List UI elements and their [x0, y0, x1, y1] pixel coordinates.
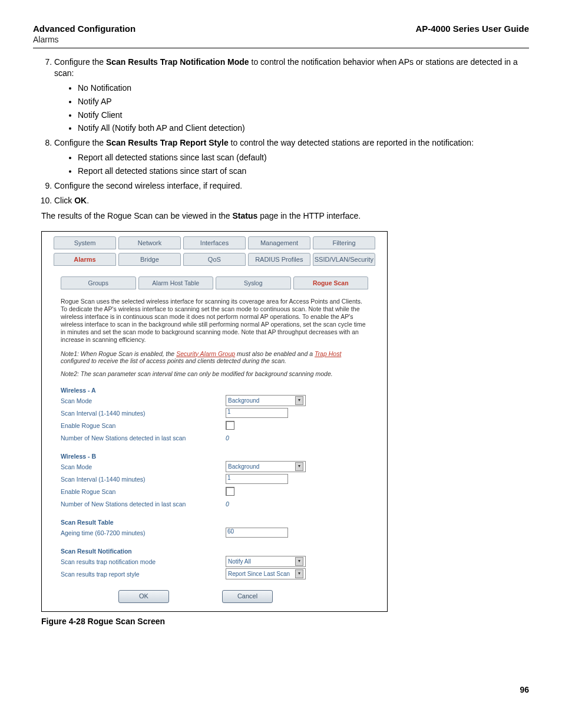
tab-filtering[interactable]: Filtering	[313, 236, 375, 249]
select-notif-mode[interactable]: Notify All ▾	[226, 556, 306, 567]
step8-item: Report all detected stations since start…	[78, 166, 529, 177]
select-report-style[interactable]: Report Since Last Scan ▾	[226, 568, 306, 579]
cancel-button[interactable]: Cancel	[222, 590, 273, 603]
label-wa-scan-mode: Scan Mode	[61, 397, 226, 404]
tab-radius[interactable]: RADIUS Profiles	[248, 253, 310, 266]
tab-system[interactable]: System	[54, 236, 116, 249]
link-security-alarm-group[interactable]: Security Alarm Group	[176, 350, 235, 357]
results-paragraph: The results of the Rogue Scan can be vie…	[41, 211, 529, 220]
section-wireless-b: Wireless - B	[61, 453, 381, 460]
section-scan-result-table: Scan Result Table	[61, 519, 381, 526]
select-wb-scan-mode[interactable]: Background ▾	[226, 461, 306, 472]
chevron-down-icon: ▾	[295, 569, 303, 578]
label-wa-interval: Scan Interval (1-1440 minutes)	[61, 410, 226, 417]
label-ageing: Ageing time (60-7200 minutes)	[61, 529, 226, 536]
link-trap-host[interactable]: Trap Host	[315, 350, 341, 357]
tab-rogue-scan[interactable]: Rogue Scan	[293, 276, 369, 289]
select-wa-scan-mode[interactable]: Background ▾	[226, 395, 306, 406]
step7-item: Notify Client	[78, 110, 529, 121]
step-8: Configure the Scan Results Trap Report S…	[54, 137, 529, 177]
tab-network[interactable]: Network	[118, 236, 181, 249]
step-7: Configure the Scan Results Trap Notifica…	[54, 57, 529, 134]
tab-alarm-host[interactable]: Alarm Host Table	[138, 276, 214, 289]
input-wa-interval[interactable]: 1	[226, 408, 288, 418]
label-wb-interval: Scan Interval (1-1440 minutes)	[61, 476, 226, 483]
tab-groups[interactable]: Groups	[61, 276, 136, 289]
label-wa-newcount: Number of New Stations detected in last …	[61, 434, 226, 442]
label-wb-enable: Enable Rogue Scan	[61, 488, 226, 495]
chevron-down-icon: ▾	[295, 396, 303, 405]
chevron-down-icon: ▾	[295, 557, 303, 566]
input-wb-interval[interactable]: 1	[226, 474, 288, 484]
label-notif-mode: Scan results trap notification mode	[61, 558, 226, 565]
step7-item: Notify AP	[78, 96, 529, 107]
tab-interfaces[interactable]: Interfaces	[183, 236, 246, 249]
step-10: Click OK.	[54, 195, 529, 206]
step8-item: Report all detected stations since last …	[78, 152, 529, 163]
tab-management[interactable]: Management	[248, 236, 310, 249]
header-divider	[33, 48, 529, 48]
rogue-scan-description: Rogue Scan uses the selected wireless in…	[61, 298, 368, 344]
label-wb-newcount: Number of New Stations detected in last …	[61, 500, 226, 508]
label-wb-scan-mode: Scan Mode	[61, 463, 226, 470]
tab-qos[interactable]: QoS	[183, 253, 246, 266]
step7-item: Notify All (Notify both AP and Client de…	[78, 123, 529, 134]
header-left: Advanced Configuration	[33, 24, 135, 34]
step7-item: No Notification	[78, 83, 529, 94]
header-right: AP-4000 Series User Guide	[415, 24, 529, 34]
tab-bridge[interactable]: Bridge	[118, 253, 181, 266]
section-wireless-a: Wireless - A	[61, 387, 381, 394]
tab-ssid[interactable]: SSID/VLAN/Security	[313, 253, 375, 266]
label-wa-enable: Enable Rogue Scan	[61, 422, 226, 429]
label-report-style: Scan results trap report style	[61, 571, 226, 578]
header-sub: Alarms	[33, 35, 529, 44]
checkbox-wa-enable[interactable]	[226, 421, 234, 430]
value-wa-newcount: 0	[226, 434, 229, 442]
step-9: Configure the second wireless interface,…	[54, 180, 529, 192]
tab-syslog[interactable]: Syslog	[216, 276, 291, 289]
checkbox-wb-enable[interactable]	[226, 487, 234, 496]
input-ageing[interactable]: 60	[226, 528, 288, 538]
chevron-down-icon: ▾	[295, 462, 303, 471]
note1: Note1: When Rogue Scan is enabled, the S…	[61, 350, 368, 364]
rogue-scan-screenshot: System Network Interfaces Management Fil…	[41, 231, 388, 612]
tab-alarms[interactable]: Alarms	[54, 253, 116, 266]
value-wb-newcount: 0	[226, 500, 229, 508]
figure-caption: Figure 4-28 Rogue Scan Screen	[41, 617, 529, 626]
page-number: 96	[33, 685, 529, 694]
section-scan-result-notification: Scan Result Notification	[61, 548, 381, 555]
ok-button[interactable]: OK	[118, 590, 169, 603]
note2: Note2: The scan parameter scan interval …	[61, 370, 368, 377]
